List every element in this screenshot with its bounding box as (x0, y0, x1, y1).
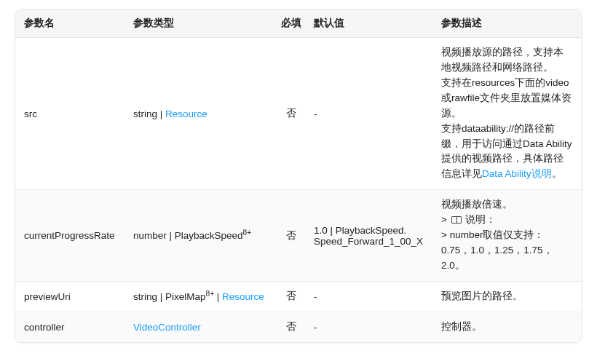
cell-required: 否 (277, 38, 305, 190)
link-data-ability[interactable]: Data Ability说明 (482, 168, 552, 179)
desc-text: 支持在resources下面的video或rawfile文件夹里放置媒体资源。 (441, 77, 572, 119)
desc-text: 视频播放倍速。 (441, 199, 513, 210)
header-type: 参数类型 (124, 9, 277, 38)
cell-desc: 视频播放源的路径，支持本地视频路径和网络路径。 支持在resources下面的v… (432, 38, 582, 190)
cell-default: - (305, 281, 432, 312)
desc-text: number取值仅支持：0.75，1.0，1.25，1.75，2.0。 (441, 229, 553, 271)
cell-default: - (305, 312, 432, 341)
desc-block: 控制器。 (441, 320, 573, 335)
note-label: 说明： (465, 214, 496, 225)
cell-default: 1.0 | PlaybackSpeed. Speed_Forward_1_00_… (305, 190, 432, 282)
cell-type: string | Resource (124, 38, 277, 190)
cell-required: 否 (277, 190, 305, 282)
table-row: src string | Resource 否 - 视频播放源的路径，支持本地视… (15, 38, 582, 190)
note-prefix: > (441, 214, 450, 225)
desc-block: 预览图片的路径。 (441, 289, 573, 304)
type-link-videocontroller[interactable]: VideoController (133, 322, 201, 333)
table-header-row: 参数名 参数类型 必填 默认值 参数描述 (15, 9, 582, 38)
desc-block: 视频播放倍速。 > 说明： > number取值仅支持：0.75，1.0，1.2… (441, 197, 573, 274)
table: 参数名 参数类型 必填 默认值 参数描述 src string | Resour… (15, 9, 582, 342)
header-desc: 参数描述 (432, 9, 582, 38)
book-icon (451, 216, 462, 223)
cell-name: src (15, 38, 124, 190)
type-superscript: 8+ (206, 289, 215, 297)
desc-text: 预览图片的路径。 (441, 290, 523, 301)
type-text: number | PlaybackSpeed (133, 230, 243, 241)
cell-type: number | PlaybackSpeed8+ (124, 190, 277, 282)
desc-text: 视频播放源的路径，支持本地视频路径和网络路径。 (441, 47, 564, 73)
type-text: string | PixelMap (133, 291, 206, 302)
type-link-resource[interactable]: Resource (222, 291, 264, 302)
desc-text: 。 (552, 168, 562, 179)
table-row: currentProgressRate number | PlaybackSpe… (15, 190, 582, 282)
cell-required: 否 (277, 281, 305, 312)
type-text: | (214, 291, 222, 302)
cell-name: controller (15, 312, 124, 341)
type-link-resource[interactable]: Resource (165, 108, 207, 119)
type-text: string | (133, 108, 165, 119)
cell-default: - (305, 38, 432, 190)
parameters-table: 参数名 参数类型 必填 默认值 参数描述 src string | Resour… (15, 9, 582, 343)
cell-desc: 视频播放倍速。 > 说明： > number取值仅支持：0.75，1.0，1.2… (432, 190, 582, 282)
desc-block: 视频播放源的路径，支持本地视频路径和网络路径。 支持在resources下面的v… (441, 45, 573, 182)
cell-desc: 预览图片的路径。 (432, 281, 582, 312)
desc-text: 控制器。 (441, 321, 482, 332)
header-name: 参数名 (15, 9, 124, 38)
header-default: 默认值 (305, 9, 432, 38)
cell-type: VideoController (124, 312, 277, 341)
cell-name: previewUri (15, 281, 124, 312)
table-row: controller VideoController 否 - 控制器。 (15, 312, 582, 341)
cell-required: 否 (277, 312, 305, 341)
cell-type: string | PixelMap8+ | Resource (124, 281, 277, 312)
header-required: 必填 (277, 9, 305, 38)
cell-desc: 控制器。 (432, 312, 582, 341)
cell-name: currentProgressRate (15, 190, 124, 282)
note-prefix: > (441, 229, 450, 240)
type-superscript: 8+ (243, 229, 252, 237)
table-row: previewUri string | PixelMap8+ | Resourc… (15, 281, 582, 312)
